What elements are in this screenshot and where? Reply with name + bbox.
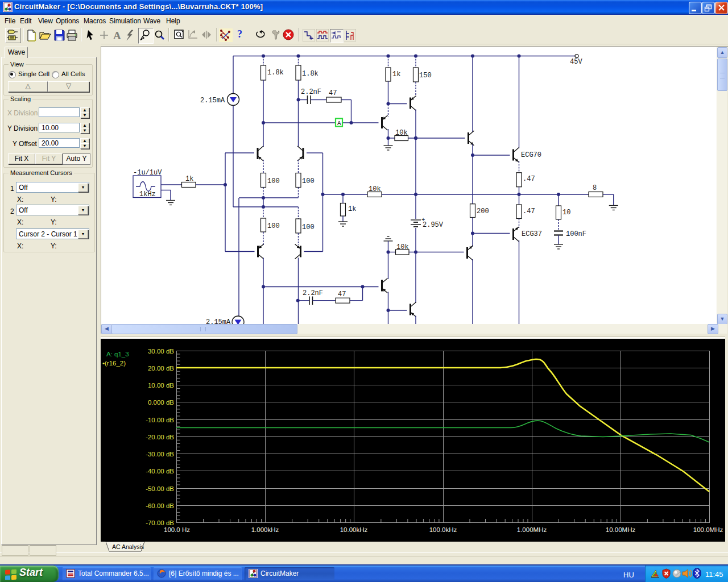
- svg-text:100: 100: [267, 222, 280, 230]
- svg-text:10.00kHz: 10.00kHz: [340, 526, 368, 533]
- svg-text:2.95V: 2.95V: [423, 221, 444, 229]
- svg-text:100.0MHz: 100.0MHz: [693, 526, 723, 533]
- svg-text:45V: 45V: [570, 58, 582, 66]
- svg-text:47: 47: [338, 290, 346, 298]
- svg-text:1k: 1k: [348, 205, 356, 213]
- svg-text:10k: 10k: [395, 129, 408, 137]
- svg-text:8: 8: [593, 184, 597, 192]
- svg-text:10k: 10k: [396, 243, 409, 251]
- svg-text:•(r16_2): •(r16_2): [102, 360, 126, 367]
- svg-text:2.15mA: 2.15mA: [206, 318, 231, 324]
- svg-text:-10.00 dB: -10.00 dB: [146, 417, 174, 423]
- svg-text:0.000 dB: 0.000 dB: [148, 399, 174, 406]
- svg-text:-40.00 dB: -40.00 dB: [146, 468, 174, 475]
- svg-text:30.00 dB: 30.00 dB: [148, 348, 174, 355]
- svg-text:-70.00 dB: -70.00 dB: [146, 519, 174, 526]
- svg-text:ECG37: ECG37: [522, 230, 542, 238]
- svg-text:A: q1_3: A: q1_3: [106, 351, 129, 357]
- svg-text:ECG70: ECG70: [521, 151, 541, 159]
- svg-text:150: 150: [419, 72, 432, 80]
- svg-text:2.2nF: 2.2nF: [303, 289, 323, 297]
- svg-text:-1u/1uV: -1u/1uV: [133, 169, 162, 177]
- svg-text:100: 100: [267, 177, 280, 185]
- svg-text:100: 100: [302, 177, 315, 185]
- svg-text:20.00 dB: 20.00 dB: [148, 365, 174, 372]
- svg-text:A: A: [337, 120, 341, 127]
- svg-text:1.8k: 1.8k: [267, 69, 284, 77]
- svg-text:47: 47: [329, 89, 337, 97]
- svg-text:-30.00 dB: -30.00 dB: [146, 451, 174, 458]
- svg-text:10.00MHz: 10.00MHz: [606, 526, 636, 533]
- svg-text:10: 10: [562, 209, 570, 217]
- svg-text:2.2nF: 2.2nF: [301, 88, 321, 96]
- svg-text:100: 100: [302, 223, 315, 231]
- svg-text:1.8k: 1.8k: [302, 70, 318, 78]
- svg-text:10k: 10k: [369, 185, 381, 193]
- svg-text:.47: .47: [523, 207, 535, 215]
- svg-text:.47: .47: [523, 175, 535, 183]
- svg-text:1k: 1k: [392, 70, 400, 78]
- svg-text:AC Analysis: AC Analysis: [112, 543, 144, 550]
- svg-text:1k: 1k: [185, 175, 193, 183]
- svg-text:-20.00 dB: -20.00 dB: [146, 434, 174, 440]
- svg-text:200: 200: [477, 207, 489, 215]
- svg-text:10.00 dB: 10.00 dB: [148, 382, 174, 389]
- svg-text:1.000kHz: 1.000kHz: [251, 526, 279, 533]
- svg-text:-50.00 dB: -50.00 dB: [146, 485, 174, 492]
- svg-text:1kHz: 1kHz: [139, 190, 156, 198]
- svg-text:100nF: 100nF: [566, 230, 586, 238]
- svg-text:100.0kHz: 100.0kHz: [429, 526, 457, 533]
- svg-text:100.0 Hz: 100.0 Hz: [164, 526, 190, 533]
- svg-text:-60.00 dB: -60.00 dB: [146, 502, 174, 509]
- svg-text:1.000MHz: 1.000MHz: [517, 526, 547, 533]
- svg-text:2.15mA: 2.15mA: [200, 97, 225, 105]
